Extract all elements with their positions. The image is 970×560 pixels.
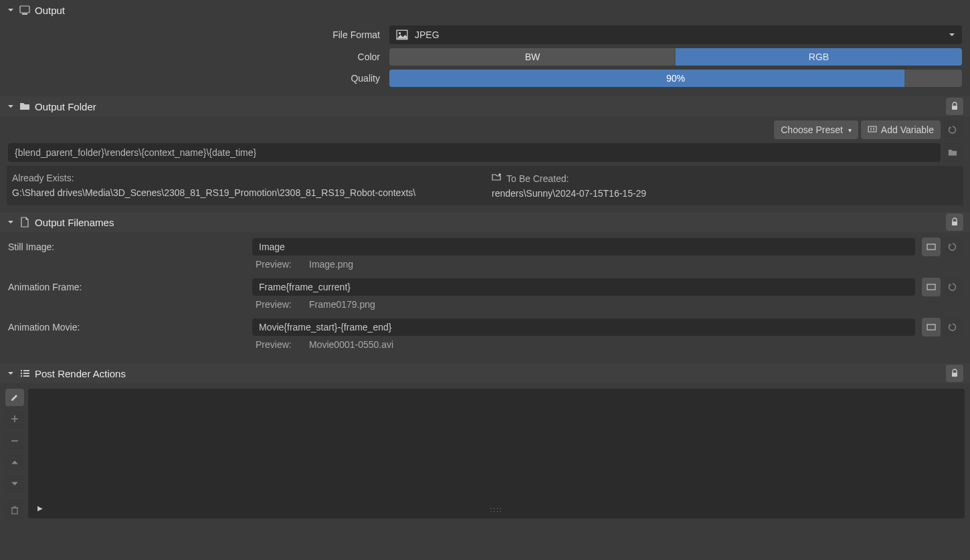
create-folder-icon	[492, 173, 502, 184]
svg-rect-6	[952, 221, 957, 225]
output-folder-header[interactable]: Output Folder	[0, 96, 970, 116]
quality-label: Quality	[8, 73, 383, 84]
post-render-content: ▶ ::::	[0, 383, 970, 524]
color-rgb-button[interactable]: RGB	[676, 48, 962, 66]
post-render-list[interactable]: ▶ ::::	[28, 389, 965, 519]
drag-handle-icon[interactable]: ::::	[490, 506, 502, 513]
chevron-down-icon: ▾	[848, 126, 852, 134]
file-format-label: File Format	[8, 29, 383, 40]
quality-slider[interactable]: 90%	[389, 70, 962, 87]
output-filenames-header[interactable]: Output Filenames	[0, 212, 970, 232]
add-icon[interactable]	[5, 410, 24, 428]
chevron-down-icon[interactable]	[7, 369, 15, 377]
color-label: Color	[8, 52, 383, 62]
animation-movie-preview: Movie0001-0550.avi	[309, 339, 393, 350]
chevron-down-icon[interactable]	[7, 6, 15, 14]
file-format-value: JPEG	[415, 29, 440, 40]
variable-icon[interactable]	[922, 278, 941, 296]
move-up-icon[interactable]	[5, 454, 24, 471]
list-icon	[19, 367, 31, 379]
output-icon	[19, 4, 31, 16]
quality-value: 90%	[389, 70, 962, 87]
reset-icon[interactable]	[943, 238, 962, 256]
svg-rect-16	[952, 373, 957, 377]
remove-icon[interactable]	[5, 432, 24, 450]
svg-point-14	[21, 375, 22, 377]
post-render-title: Post Render Actions	[35, 368, 126, 379]
variable-icon[interactable]	[922, 238, 941, 256]
svg-point-12	[21, 373, 22, 374]
svg-rect-15	[23, 375, 29, 377]
animation-frame-preview: Frame0179.png	[309, 299, 375, 310]
to-be-created-value: renders\Sunny\2024-07-15T16-15-29	[492, 188, 958, 199]
reset-icon[interactable]	[943, 318, 962, 337]
output-folder-title: Output Folder	[35, 101, 96, 112]
svg-rect-13	[23, 373, 29, 374]
svg-rect-1	[22, 13, 27, 15]
color-bw-button[interactable]: BW	[389, 48, 676, 66]
svg-rect-8	[927, 284, 935, 290]
still-image-input[interactable]	[252, 238, 915, 256]
folder-icon	[19, 100, 31, 112]
svg-point-10	[21, 370, 22, 371]
svg-rect-9	[927, 324, 935, 330]
chevron-down-icon[interactable]	[7, 102, 15, 110]
svg-rect-0	[20, 6, 29, 13]
lock-icon[interactable]	[946, 365, 963, 382]
variable-icon[interactable]	[922, 318, 941, 337]
file-icon	[19, 216, 31, 228]
animation-frame-input[interactable]	[252, 278, 915, 296]
output-filenames-content: Still Image: Preview: Image.png Animatio…	[0, 232, 970, 363]
output-title: Output	[35, 5, 65, 16]
add-variable-button[interactable]: Add Variable	[861, 120, 941, 139]
animation-movie-label: Animation Movie:	[8, 322, 246, 333]
chevron-down-icon[interactable]	[7, 218, 15, 226]
to-be-created-label: To Be Created:	[506, 173, 569, 184]
reset-icon[interactable]	[943, 278, 962, 296]
output-filenames-title: Output Filenames	[35, 217, 114, 228]
post-render-sidebar	[5, 389, 24, 519]
trash-icon[interactable]	[5, 501, 24, 519]
svg-rect-17	[12, 508, 17, 514]
svg-rect-7	[927, 244, 935, 250]
animation-movie-input[interactable]	[252, 318, 915, 336]
image-icon	[396, 29, 408, 41]
reset-icon[interactable]	[943, 120, 962, 139]
output-panel-header[interactable]: Output	[0, 0, 970, 20]
lock-icon[interactable]	[946, 213, 963, 231]
move-down-icon[interactable]	[5, 475, 24, 492]
variable-icon	[868, 124, 877, 136]
preview-label: Preview:	[256, 259, 302, 270]
output-content: File Format JPEG Color BW RGB Quality 90…	[0, 20, 970, 96]
browse-folder-icon[interactable]	[943, 143, 962, 162]
output-path-input[interactable]	[8, 143, 941, 162]
svg-rect-11	[23, 370, 29, 371]
post-render-header[interactable]: Post Render Actions	[0, 363, 970, 383]
choose-preset-dropdown[interactable]: Choose Preset ▾	[774, 120, 858, 139]
svg-rect-5	[868, 126, 876, 132]
still-image-preview: Image.png	[309, 259, 353, 270]
play-icon[interactable]: ▶	[37, 504, 43, 512]
preview-label: Preview:	[256, 339, 302, 350]
already-exists-value: G:\Shared drives\Media\3D_Scenes\2308_81…	[12, 187, 478, 198]
lock-icon[interactable]	[946, 98, 963, 115]
still-image-label: Still Image:	[8, 242, 246, 252]
preview-label: Preview:	[256, 299, 302, 310]
chevron-down-icon	[949, 29, 955, 40]
color-toggle: BW RGB	[389, 48, 962, 66]
output-folder-path-row	[0, 143, 970, 166]
already-exists-label: Already Exists:	[12, 173, 478, 183]
svg-rect-4	[952, 106, 957, 110]
animation-frame-label: Animation Frame:	[8, 282, 246, 292]
file-format-dropdown[interactable]: JPEG	[389, 25, 962, 44]
svg-point-3	[399, 32, 401, 34]
output-folder-info: Already Exists: G:\Shared drives\Media\3…	[7, 166, 963, 205]
edit-icon[interactable]	[5, 389, 24, 406]
output-folder-toolbar: Choose Preset ▾ Add Variable	[0, 116, 970, 143]
